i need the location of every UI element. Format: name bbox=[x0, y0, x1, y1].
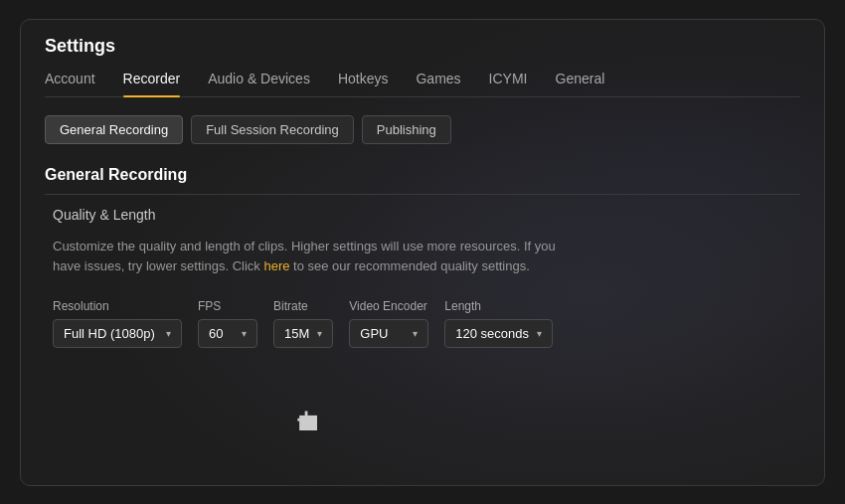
bitrate-label: Bitrate bbox=[273, 299, 333, 313]
content-area: General Recording Full Session Recording… bbox=[21, 97, 824, 367]
sub-tab-publishing[interactable]: Publishing bbox=[362, 115, 451, 144]
resolution-arrow: ▾ bbox=[166, 328, 171, 339]
title-bar: Settings Account Recorder Audio & Device… bbox=[21, 20, 824, 97]
encoder-arrow: ▾ bbox=[413, 328, 418, 339]
resolution-value: Full HD (1080p) bbox=[64, 326, 155, 341]
resolution-dropdown[interactable]: Full HD (1080p) ▾ bbox=[53, 319, 182, 348]
tab-audio-devices[interactable]: Audio & Devices bbox=[208, 71, 310, 96]
encoder-label: Video Encoder bbox=[349, 299, 428, 313]
encoder-dropdown[interactable]: GPU ▾ bbox=[349, 319, 428, 348]
nav-tabs: Account Recorder Audio & Devices Hotkeys… bbox=[45, 71, 800, 97]
sub-tabs: General Recording Full Session Recording… bbox=[45, 115, 800, 144]
resolution-control: Resolution Full HD (1080p) ▾ bbox=[53, 299, 182, 348]
fps-label: FPS bbox=[198, 299, 257, 313]
tab-general[interactable]: General bbox=[556, 71, 605, 96]
encoder-value: GPU bbox=[360, 326, 388, 341]
section-title: General Recording bbox=[45, 166, 800, 195]
window-title: Settings bbox=[45, 36, 800, 57]
tab-hotkeys[interactable]: Hotkeys bbox=[338, 71, 389, 96]
length-arrow: ▾ bbox=[537, 328, 542, 339]
controls-row: Resolution Full HD (1080p) ▾ FPS 60 ▾ Bi… bbox=[53, 299, 800, 348]
encoder-control: Video Encoder GPU ▾ bbox=[349, 299, 428, 348]
fps-control: FPS 60 ▾ bbox=[198, 299, 257, 348]
quality-description: Customize the quality and length of clip… bbox=[53, 237, 570, 278]
length-control: Length 120 seconds ▾ bbox=[444, 299, 553, 348]
quality-section: Quality & Length Customize the quality a… bbox=[45, 207, 800, 349]
recommended-link[interactable]: here bbox=[263, 258, 289, 273]
fps-arrow: ▾ bbox=[242, 328, 247, 339]
length-dropdown[interactable]: 120 seconds ▾ bbox=[444, 319, 553, 348]
tab-recorder[interactable]: Recorder bbox=[123, 71, 181, 96]
fps-value: 60 bbox=[209, 326, 223, 341]
bitrate-arrow: ▾ bbox=[317, 328, 322, 339]
quality-label: Quality & Length bbox=[53, 207, 800, 223]
length-value: 120 seconds bbox=[455, 326, 529, 341]
crosshair-icon: ⯀ ✛ bbox=[298, 411, 320, 436]
settings-window: Settings Account Recorder Audio & Device… bbox=[20, 19, 825, 486]
sub-tab-general-recording[interactable]: General Recording bbox=[45, 115, 183, 144]
length-label: Length bbox=[444, 299, 553, 313]
bitrate-value: 15M bbox=[284, 326, 309, 341]
tab-games[interactable]: Games bbox=[416, 71, 460, 96]
bitrate-dropdown[interactable]: 15M ▾ bbox=[273, 319, 333, 348]
fps-dropdown[interactable]: 60 ▾ bbox=[198, 319, 257, 348]
resolution-label: Resolution bbox=[53, 299, 182, 313]
tab-icymi[interactable]: ICYMI bbox=[489, 71, 528, 96]
tab-account[interactable]: Account bbox=[45, 71, 95, 96]
sub-tab-full-session[interactable]: Full Session Recording bbox=[191, 115, 354, 144]
bitrate-control: Bitrate 15M ▾ bbox=[273, 299, 333, 348]
